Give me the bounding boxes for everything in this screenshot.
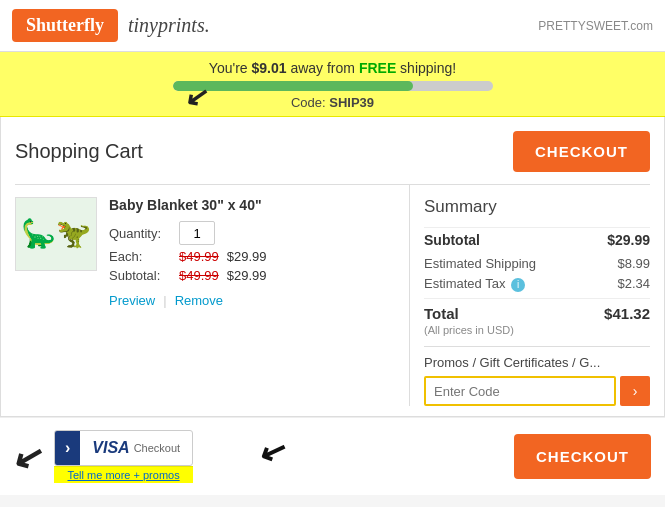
- subtotal-row: Subtotal: $49.99 $29.99: [109, 268, 395, 283]
- shipping-label: Estimated Shipping: [424, 256, 536, 271]
- each-original-price: $49.99: [179, 249, 219, 264]
- quantity-row: Quantity:: [109, 221, 395, 245]
- quantity-input[interactable]: [179, 221, 215, 245]
- promo-code-input[interactable]: [424, 376, 616, 406]
- usd-note: (All prices in USD): [424, 324, 650, 336]
- total-label: Total: [424, 305, 459, 322]
- item-details: Baby Blanket 30" x 40" Quantity: Each: $…: [109, 197, 395, 308]
- tax-label: Estimated Tax i: [424, 276, 525, 292]
- free-label: FREE: [359, 60, 396, 76]
- checkout-small-label: Checkout: [134, 442, 180, 454]
- visa-checkout-logo: VISA Checkout: [80, 433, 192, 463]
- item-subtotal-label: Subtotal:: [109, 268, 179, 283]
- shipping-amount: $9.01: [251, 60, 286, 76]
- quantity-label: Quantity:: [109, 226, 179, 241]
- domain-label: PRETTYSWEET.com: [538, 19, 653, 33]
- each-sale-price: $29.99: [227, 249, 267, 264]
- subtotal-row: Subtotal $29.99: [424, 227, 650, 248]
- cart-summary-row: 🦕🦖 Baby Blanket 30" x 40" Quantity: Each…: [15, 184, 650, 406]
- visa-label: VISA: [92, 439, 129, 457]
- visa-arrow-icon: ›: [55, 431, 80, 465]
- bottom-arrow2-icon: ↙: [254, 429, 292, 474]
- item-subtotal-original: $49.99: [179, 268, 219, 283]
- tinyprints-logo[interactable]: tinyprints.: [128, 14, 210, 37]
- bottom-section: ↙ › VISA Checkout Tell me more + promos …: [0, 417, 665, 495]
- preview-link[interactable]: Preview: [109, 293, 155, 308]
- total-value: $41.32: [604, 305, 650, 322]
- item-name: Baby Blanket 30" x 40": [109, 197, 395, 213]
- visa-checkout-button[interactable]: › VISA Checkout: [54, 430, 193, 466]
- message-mid: away from: [287, 60, 359, 76]
- summary-section: Summary Subtotal $29.99 Estimated Shippi…: [410, 185, 650, 406]
- tax-value: $2.34: [617, 276, 650, 292]
- main-content: Shopping Cart CHECKOUT 🦕🦖 Baby Blanket 3…: [0, 117, 665, 417]
- checkout-button-bottom[interactable]: CHECKOUT: [514, 434, 651, 479]
- actions-separator: |: [163, 293, 166, 308]
- cart-item: 🦕🦖 Baby Blanket 30" x 40" Quantity: Each…: [15, 197, 395, 308]
- product-image: 🦕🦖: [15, 197, 97, 271]
- total-row: Total $41.32: [424, 305, 650, 322]
- header: Shutterfly tinyprints. PRETTYSWEET.com: [0, 0, 665, 52]
- shutterfly-logo[interactable]: Shutterfly: [12, 9, 118, 42]
- message-prefix: You're: [209, 60, 252, 76]
- promo-go-button[interactable]: ›: [620, 376, 650, 406]
- summary-divider: [424, 298, 650, 299]
- promo-input-row: ›: [424, 376, 650, 406]
- cart-header-row: Shopping Cart CHECKOUT: [15, 131, 650, 172]
- cart-title: Shopping Cart: [15, 140, 143, 163]
- tax-row: Estimated Tax i $2.34: [424, 276, 650, 292]
- checkout-button-top[interactable]: CHECKOUT: [513, 131, 650, 172]
- tax-info-icon[interactable]: i: [511, 278, 525, 292]
- product-image-inner: 🦕🦖: [21, 220, 91, 248]
- visa-block: › VISA Checkout Tell me more + promos: [54, 430, 193, 483]
- remove-link[interactable]: Remove: [175, 293, 223, 308]
- shipping-value: $8.99: [617, 256, 650, 271]
- item-actions: Preview | Remove: [109, 293, 395, 308]
- cart-items: 🦕🦖 Baby Blanket 30" x 40" Quantity: Each…: [15, 185, 410, 406]
- tell-more-link[interactable]: Tell me more + promos: [54, 466, 193, 483]
- progress-bar: [173, 81, 493, 91]
- each-row: Each: $49.99 $29.99: [109, 249, 395, 264]
- each-label: Each:: [109, 249, 179, 264]
- shipping-row: Estimated Shipping $8.99: [424, 256, 650, 271]
- tax-label-text: Estimated Tax: [424, 276, 505, 291]
- shipping-banner: ↙ You're $9.01 away from FREE shipping! …: [0, 52, 665, 117]
- summary-divider2: [424, 346, 650, 347]
- summary-title: Summary: [424, 197, 650, 217]
- message-suffix: shipping!: [396, 60, 456, 76]
- bottom-arrow-icon: ↙: [9, 432, 49, 480]
- promo-code-display: Code: SHIP39: [12, 95, 653, 110]
- promo-label: Code:: [291, 95, 329, 110]
- subtotal-label: Subtotal: [424, 232, 480, 248]
- item-subtotal-sale: $29.99: [227, 268, 267, 283]
- shipping-message: You're $9.01 away from FREE shipping!: [12, 60, 653, 76]
- promo-section-title: Promos / Gift Certificates / G...: [424, 355, 650, 370]
- subtotal-value: $29.99: [607, 232, 650, 248]
- promo-code-value: SHIP39: [329, 95, 374, 110]
